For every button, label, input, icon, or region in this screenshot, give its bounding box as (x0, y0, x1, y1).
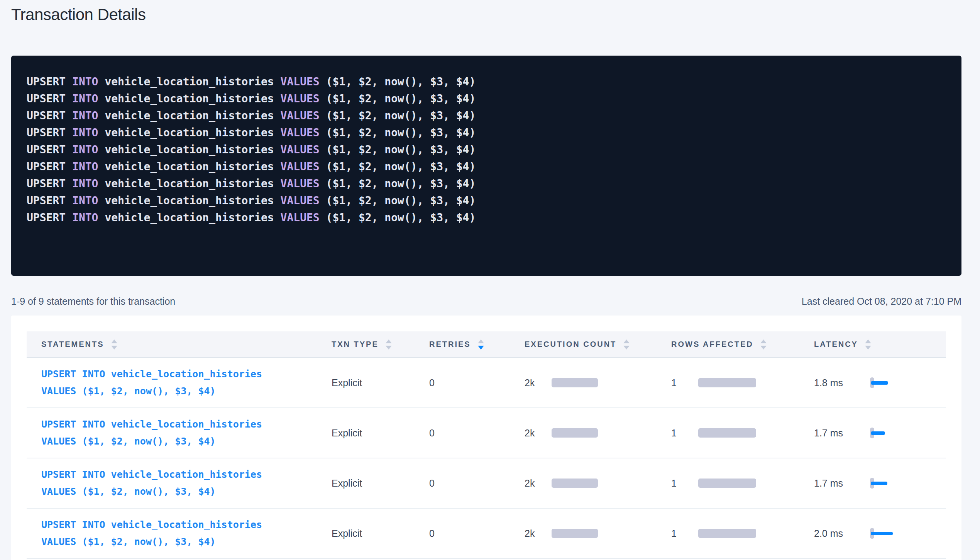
latency-bar (871, 482, 887, 485)
sql-keyword-values: VALUES (281, 90, 320, 107)
column-header-statements[interactable]: STATEMENTS (27, 339, 332, 350)
sort-arrows-icon[interactable] (865, 339, 871, 350)
statement-link-line2: VALUES ($1, $2, now(), $3, $4) (41, 486, 216, 497)
latency-cell: 1.8 ms (814, 377, 946, 389)
sql-statement-line: UPSERTINTOvehicle_location_historiesVALU… (27, 158, 946, 175)
sql-keyword-values: VALUES (281, 192, 320, 209)
latency-bar (871, 381, 888, 385)
sql-keyword-values: VALUES (281, 107, 320, 124)
sql-keyword-upsert: UPSERT (27, 209, 66, 226)
statements-count-summary: 1-9 of 9 statements for this transaction (11, 296, 175, 307)
sql-keyword-into: INTO (72, 90, 98, 107)
statement-link-line2: VALUES ($1, $2, now(), $3, $4) (41, 536, 216, 547)
rows-affected-value: 1 (671, 377, 698, 389)
table-row: UPSERT INTO vehicle_location_historiesVA… (27, 509, 946, 559)
sql-keyword-upsert: UPSERT (27, 158, 66, 175)
column-header-label: RETRIES (429, 340, 471, 349)
sort-arrows-icon[interactable] (386, 339, 392, 350)
sql-keyword-values: VALUES (281, 209, 320, 226)
sql-keyword-upsert: UPSERT (27, 73, 66, 90)
rows-affected-cell: 1 (671, 428, 814, 439)
sql-statement-line: UPSERTINTOvehicle_location_historiesVALU… (27, 141, 946, 158)
statement-link[interactable]: UPSERT INTO vehicle_location_historiesVA… (41, 366, 332, 400)
execution-count-cell: 2k (525, 428, 671, 439)
retries-cell: 0 (429, 478, 525, 489)
rows-affected-cell: 1 (671, 528, 814, 539)
sql-table-name: vehicle_location_histories (105, 107, 274, 124)
sql-table-name: vehicle_location_histories (105, 158, 274, 175)
sql-keyword-values: VALUES (281, 124, 320, 141)
column-header-label: EXECUTION COUNT (525, 340, 616, 349)
sql-args: ($1, $2, now(), $3, $4) (326, 158, 476, 175)
statement-link[interactable]: UPSERT INTO vehicle_location_historiesVA… (41, 516, 332, 550)
sql-keyword-into: INTO (72, 209, 98, 226)
column-header-txn-type[interactable]: TXN TYPE (332, 339, 429, 350)
sql-statement-line: UPSERTINTOvehicle_location_historiesVALU… (27, 209, 946, 226)
latency-cell: 1.7 ms (814, 428, 946, 439)
sql-statement-line: UPSERTINTOvehicle_location_historiesVALU… (27, 175, 946, 192)
sql-args: ($1, $2, now(), $3, $4) (326, 107, 476, 124)
latency-bar-chart (870, 528, 901, 539)
sql-keyword-into: INTO (72, 192, 98, 209)
sort-arrows-icon[interactable] (760, 339, 767, 350)
rows-affected-cell: 1 (671, 478, 814, 489)
table-summary-row: 1-9 of 9 statements for this transaction… (11, 296, 961, 307)
sql-statement-line: UPSERTINTOvehicle_location_historiesVALU… (27, 107, 946, 124)
execution-count-bar (552, 378, 598, 387)
execution-count-bar (552, 479, 598, 488)
latency-value: 2.0 ms (814, 528, 870, 539)
statement-cell: UPSERT INTO vehicle_location_historiesVA… (27, 466, 332, 500)
sql-keyword-upsert: UPSERT (27, 192, 66, 209)
sql-args: ($1, $2, now(), $3, $4) (326, 209, 476, 226)
sql-table-name: vehicle_location_histories (105, 90, 274, 107)
sort-arrows-icon[interactable] (478, 339, 484, 350)
statement-link-line2: VALUES ($1, $2, now(), $3, $4) (41, 385, 216, 397)
sql-table-name: vehicle_location_histories (105, 209, 274, 226)
execution-count-value: 2k (525, 428, 552, 439)
txn-type-cell: Explicit (332, 377, 429, 389)
sql-table-name: vehicle_location_histories (105, 175, 274, 192)
statement-link[interactable]: UPSERT INTO vehicle_location_historiesVA… (41, 416, 332, 450)
execution-count-value: 2k (525, 478, 552, 489)
execution-count-value: 2k (525, 377, 552, 389)
sql-keyword-into: INTO (72, 158, 98, 175)
sql-args: ($1, $2, now(), $3, $4) (326, 192, 476, 209)
execution-count-bar (552, 428, 598, 438)
column-header-rows-affected[interactable]: ROWS AFFECTED (671, 339, 814, 350)
sql-keyword-upsert: UPSERT (27, 141, 66, 158)
sql-keyword-upsert: UPSERT (27, 90, 66, 107)
sql-keyword-values: VALUES (281, 158, 320, 175)
sort-arrows-icon[interactable] (623, 339, 630, 350)
sql-args: ($1, $2, now(), $3, $4) (326, 124, 476, 141)
table-row: UPSERT INTO vehicle_location_historiesVA… (27, 408, 946, 458)
rows-affected-value: 1 (671, 528, 698, 539)
sql-keyword-upsert: UPSERT (27, 175, 66, 192)
sql-keyword-values: VALUES (281, 175, 320, 192)
rows-affected-bar (698, 428, 756, 438)
sql-table-name: vehicle_location_histories (105, 124, 274, 141)
table-row: UPSERT INTO vehicle_location_historiesVA… (27, 458, 946, 509)
column-header-label: STATEMENTS (41, 340, 104, 349)
table-header-row: STATEMENTS TXN TYPE RETRIES EXECUTION CO… (27, 331, 946, 358)
latency-cell: 1.7 ms (814, 478, 946, 489)
latency-bar (871, 532, 893, 535)
sort-arrows-icon[interactable] (111, 339, 117, 350)
sql-table-name: vehicle_location_histories (105, 141, 274, 158)
statement-link-line1: UPSERT INTO vehicle_location_histories (41, 519, 262, 530)
sql-keyword-into: INTO (72, 124, 98, 141)
column-header-retries[interactable]: RETRIES (429, 339, 525, 350)
column-header-latency[interactable]: LATENCY (814, 339, 946, 350)
rows-affected-value: 1 (671, 478, 698, 489)
column-header-execution-count[interactable]: EXECUTION COUNT (525, 339, 671, 350)
statement-link[interactable]: UPSERT INTO vehicle_location_historiesVA… (41, 466, 332, 500)
column-header-label: LATENCY (814, 340, 858, 349)
execution-count-cell: 2k (525, 528, 671, 539)
column-header-label: TXN TYPE (332, 340, 379, 349)
sql-args: ($1, $2, now(), $3, $4) (326, 90, 476, 107)
statement-cell: UPSERT INTO vehicle_location_historiesVA… (27, 366, 332, 400)
sql-keyword-into: INTO (72, 175, 98, 192)
table-row: UPSERT INTO vehicle_location_historiesVA… (27, 358, 946, 408)
sql-keyword-upsert: UPSERT (27, 124, 66, 141)
execution-count-bar (552, 529, 598, 538)
sql-statement-line: UPSERTINTOvehicle_location_historiesVALU… (27, 90, 946, 107)
